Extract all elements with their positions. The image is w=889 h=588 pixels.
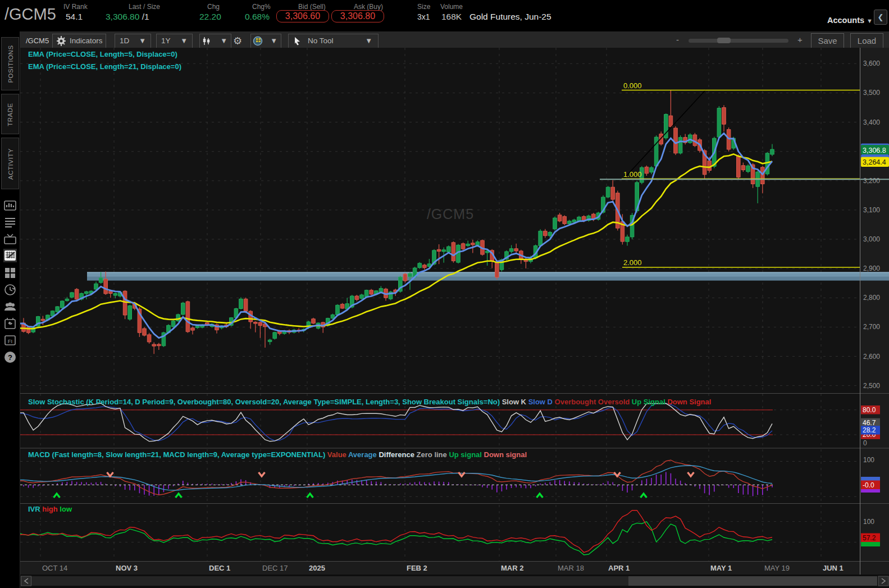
svg-text:MACD (Fast length=8, Slow leng: MACD (Fast length=8, Slow length=21, MAC… — [28, 450, 527, 459]
svg-text:FEB 2: FEB 2 — [407, 564, 427, 572]
svg-text:3,400: 3,400 — [863, 118, 880, 126]
svg-text:OCT 14: OCT 14 — [42, 564, 67, 572]
svg-text:?: ? — [8, 353, 12, 362]
svg-text:MAR 18: MAR 18 — [558, 564, 584, 572]
svg-text:IVR high low: IVR high low — [28, 505, 72, 513]
svg-text:3,500: 3,500 — [863, 89, 880, 97]
svg-text:28.2: 28.2 — [863, 426, 876, 434]
svg-text:MAR 2: MAR 2 — [501, 564, 523, 572]
svg-text:EMA (Price=CLOSE, Length=5, Di: EMA (Price=CLOSE, Length=5, Displace=0) — [28, 50, 177, 58]
svg-text:2025: 2025 — [309, 564, 325, 572]
svg-text:57.2: 57.2 — [863, 534, 876, 542]
svg-text:2,800: 2,800 — [863, 294, 880, 302]
svg-text:3,600: 3,600 — [863, 60, 880, 67]
svg-text:MAY 1: MAY 1 — [710, 564, 732, 572]
svg-text:-0.0: -0.0 — [863, 481, 874, 489]
svg-text:46.7: 46.7 — [863, 419, 876, 427]
svg-text:DEC 1: DEC 1 — [209, 564, 230, 572]
svg-text:1.000: 1.000 — [623, 170, 642, 179]
svg-text:2.000: 2.000 — [623, 258, 642, 267]
svg-text:APR 1: APR 1 — [608, 564, 630, 572]
svg-text:MAY 19: MAY 19 — [764, 564, 790, 572]
svg-text:80.0: 80.0 — [863, 406, 876, 414]
svg-text:/GCM5: /GCM5 — [427, 206, 474, 222]
svg-text:3,000: 3,000 — [863, 235, 880, 243]
svg-text:100: 100 — [863, 456, 874, 464]
svg-text:NOV 3: NOV 3 — [116, 564, 138, 572]
svg-text:3,200: 3,200 — [863, 177, 880, 185]
svg-text:DEC 17: DEC 17 — [262, 564, 288, 572]
svg-text:2,600: 2,600 — [863, 353, 880, 361]
svg-text:FI: FI — [8, 338, 12, 344]
svg-text:2,700: 2,700 — [863, 323, 880, 331]
svg-text:100: 100 — [863, 518, 874, 526]
svg-text:2,500: 2,500 — [863, 382, 880, 390]
svg-text:3,306.8: 3,306.8 — [863, 147, 886, 154]
svg-text:Slow Stochastic (K Period=14,: Slow Stochastic (K Period=14, D Period=9… — [28, 398, 711, 406]
svg-text:3,264.4: 3,264.4 — [863, 158, 886, 166]
svg-text:2,900: 2,900 — [863, 265, 880, 272]
svg-text:JUN 1: JUN 1 — [823, 564, 844, 572]
svg-text:0: 0 — [863, 439, 867, 447]
svg-text:3,100: 3,100 — [863, 206, 880, 214]
svg-text:EMA (Price=CLOSE, Length=21, D: EMA (Price=CLOSE, Length=21, Displace=0) — [28, 62, 181, 71]
svg-text:0.000: 0.000 — [623, 81, 642, 90]
